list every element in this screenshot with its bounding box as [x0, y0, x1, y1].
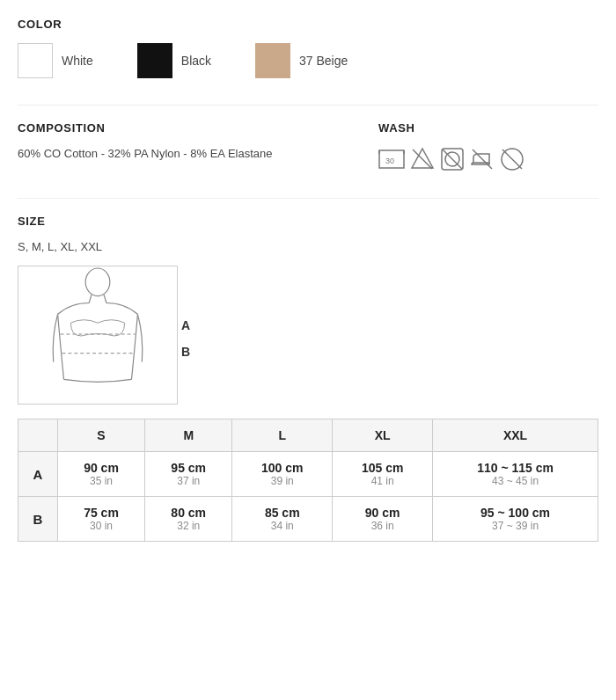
composition-section: COMPOSITION 60% CO Cotton - 32% PA Nylon…: [18, 121, 378, 171]
svg-line-15: [104, 295, 106, 303]
table-header-s: S: [57, 419, 144, 452]
svg-line-14: [89, 295, 92, 303]
table-cell: 95 ~ 100 cm37 ~ 39 in: [433, 497, 598, 542]
table-header-row: S M L XL XXL: [18, 419, 598, 452]
no-dry-clean-icon: [500, 147, 524, 171]
table-cell: 105 cm41 in: [333, 452, 433, 497]
table-cell: 100 cm39 in: [232, 452, 333, 497]
table-cell: 95 cm37 in: [145, 452, 232, 497]
table-header-xxl: XXL: [433, 419, 598, 452]
table-cell: 75 cm30 in: [57, 497, 144, 542]
color-swatch-black[interactable]: [137, 43, 172, 78]
size-label: SIZE: [18, 215, 598, 228]
size-section: SIZE S, M, L, XL, XXL: [18, 215, 598, 542]
body-diagram-svg: [18, 266, 177, 404]
wash-section: WASH 30: [378, 121, 598, 171]
svg-line-12: [502, 149, 522, 169]
size-list: S, M, L, XL, XXL: [18, 240, 598, 253]
table-header-xl: XL: [333, 419, 433, 452]
color-option-white[interactable]: White: [18, 43, 93, 78]
diagram-right-labels: A B: [181, 318, 190, 359]
svg-line-6: [413, 149, 432, 169]
color-option-beige[interactable]: 37 Beige: [255, 43, 348, 78]
table-header-empty: [18, 419, 58, 452]
no-tumble-dry-icon: [440, 147, 465, 171]
color-name-black: Black: [181, 54, 211, 68]
table-row: B75 cm30 in80 cm32 in85 cm34 in90 cm36 i…: [18, 497, 598, 542]
table-row: A90 cm35 in95 cm37 in100 cm39 in105 cm41…: [18, 452, 598, 497]
diagram-wrapper: A B: [18, 266, 598, 405]
table-cell: 110 ~ 115 cm43 ~ 45 in: [433, 452, 598, 497]
color-section: COLOR White Black 37 Beige: [18, 18, 598, 78]
composition-text: 60% CO Cotton - 32% PA Nylon - 8% EA Ela…: [18, 147, 378, 160]
diagram-label-a: A: [181, 318, 190, 332]
color-swatch-beige[interactable]: [255, 43, 290, 78]
diagram-label-b: B: [181, 345, 190, 359]
no-bleach-icon: [410, 147, 435, 171]
table-row-label-b: B: [18, 497, 58, 542]
wash-tub-icon: 30: [378, 147, 405, 171]
table-cell: 80 cm32 in: [145, 497, 232, 542]
color-name-white: White: [62, 54, 93, 68]
no-iron-icon: [470, 147, 495, 171]
body-diagram: [18, 266, 178, 405]
divider-1: [18, 105, 598, 106]
color-label: COLOR: [18, 18, 598, 31]
table-cell: 90 cm36 in: [333, 497, 433, 542]
table-cell: 90 cm35 in: [57, 452, 144, 497]
table-header-l: L: [232, 419, 333, 452]
composition-label: COMPOSITION: [18, 121, 378, 135]
size-table: S M L XL XXL A90 cm35 in95 cm37 in100 cm…: [18, 419, 598, 542]
composition-wash-row: COMPOSITION 60% CO Cotton - 32% PA Nylon…: [18, 121, 598, 171]
divider-2: [18, 198, 598, 199]
table-header-m: M: [145, 419, 232, 452]
color-swatch-white[interactable]: [18, 43, 53, 78]
wash-label: WASH: [378, 121, 598, 135]
wash-icons: 30: [378, 147, 598, 171]
color-option-black[interactable]: Black: [137, 43, 211, 78]
color-name-beige: 37 Beige: [299, 54, 348, 68]
svg-point-13: [85, 268, 110, 296]
color-options: White Black 37 Beige: [18, 43, 598, 78]
table-cell: 85 cm34 in: [232, 497, 333, 542]
svg-text:30: 30: [385, 157, 394, 165]
table-row-label-a: A: [18, 452, 58, 497]
